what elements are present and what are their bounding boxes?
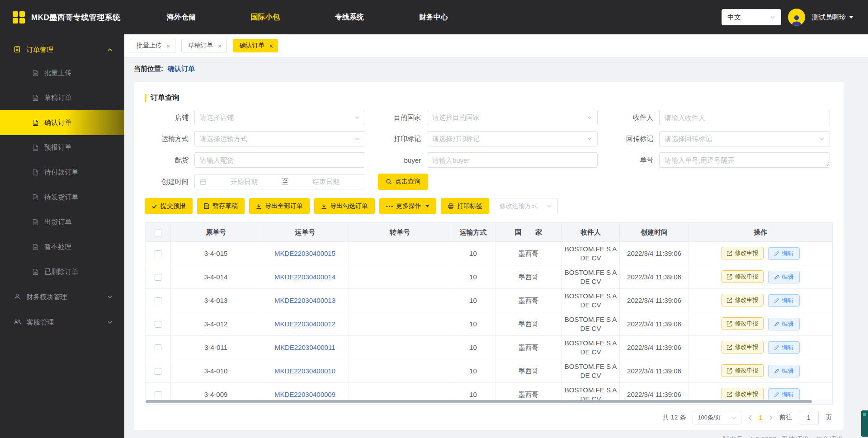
sidebar-item[interactable]: 出货订单 [0, 210, 124, 235]
text-input[interactable] [665, 114, 825, 122]
floating-widget-tab[interactable] [861, 410, 868, 437]
nav-item[interactable]: 专线系统 [335, 13, 364, 22]
horizontal-scrollbar [145, 400, 833, 405]
row-checkbox[interactable] [155, 344, 161, 351]
edit-button[interactable]: 编辑 [768, 294, 800, 307]
prev-page-icon[interactable] [748, 415, 752, 420]
waybill-link[interactable]: MKDE22030400012 [274, 320, 335, 328]
search-button[interactable]: 点击查询 [378, 174, 428, 190]
sidebar-item-label: 批量上传 [44, 69, 71, 77]
row-checkbox[interactable] [155, 250, 161, 257]
chevron-down-icon [587, 136, 592, 141]
edit-label: 编辑 [782, 297, 794, 305]
row-checkbox[interactable] [155, 368, 161, 375]
row-checkbox[interactable] [155, 321, 161, 328]
sidebar-item[interactable]: 待发货订单 [0, 185, 124, 210]
sidebar-item[interactable]: 待付款订单 [0, 160, 124, 185]
edit-icon [774, 368, 779, 374]
close-icon[interactable]: × [269, 42, 274, 49]
sidebar-item[interactable]: 预报订单 [0, 135, 124, 160]
table-row: 3-4-010MKDE2203040001010墨西哥BOSTOM.FE S A… [146, 359, 832, 383]
sidebar-item[interactable]: 批量上传 [0, 61, 124, 85]
edit-button[interactable]: 编辑 [768, 271, 800, 283]
modify-declaration-button[interactable]: 修改申报 [722, 388, 764, 400]
table-row: 3-4-011MKDE2203040001110墨西哥BOSTOM.FE S A… [146, 336, 832, 359]
page-size-select[interactable]: 100条/页 [693, 411, 741, 424]
tab[interactable]: 草稿订单× [181, 39, 227, 52]
toolbar-button[interactable]: 导出全部订单 [249, 198, 310, 214]
sidebar-item[interactable]: 确认订单 [0, 110, 124, 135]
sidebar-group-order[interactable]: 订单管理 [0, 39, 124, 61]
text-input[interactable] [665, 156, 825, 164]
waybill-link[interactable]: MKDE22030400014 [274, 273, 335, 281]
close-icon[interactable]: × [166, 42, 170, 49]
original-no-cell: 3-4-015 [171, 242, 261, 265]
transport-mode-select[interactable]: 修改运输方式 [494, 198, 558, 214]
select-all-checkbox[interactable] [155, 230, 161, 236]
waybill-link[interactable]: MKDE22030400013 [274, 297, 335, 304]
waybill-link[interactable]: MKDE22030400015 [274, 250, 335, 257]
edit-button[interactable]: 编辑 [768, 341, 800, 354]
avatar[interactable] [788, 9, 805, 26]
row-checkbox[interactable] [155, 297, 161, 304]
row-checkbox[interactable] [155, 391, 161, 398]
toolbar-button[interactable]: 提交预报 [145, 198, 193, 214]
edit-button[interactable]: 编辑 [768, 318, 800, 330]
query-card: 订单查询 店铺请选择店铺目的国家请选择目的国家收件人运输方式请选择运输方式打印标… [134, 82, 844, 430]
edit-button[interactable]: 编辑 [768, 365, 800, 377]
close-icon[interactable]: × [218, 42, 222, 49]
toolbar-button[interactable]: 暂存草稿 [197, 198, 245, 214]
edit-button[interactable]: 编辑 [768, 388, 800, 400]
next-page-icon[interactable] [769, 415, 773, 420]
date-range-picker[interactable]: 开始日期 至 结束日期 [194, 174, 365, 189]
modify-declaration-button[interactable]: 修改申报 [722, 364, 764, 377]
toolbar-button[interactable]: 更多操作 [379, 198, 436, 214]
chevron-up-icon [107, 47, 113, 52]
modify-declaration-button[interactable]: 修改申报 [722, 294, 764, 306]
edit-icon [774, 251, 779, 256]
tab[interactable]: 批量上传× [130, 39, 175, 52]
edit-button[interactable]: 编辑 [768, 247, 800, 260]
modify-declaration-button[interactable]: 修改申报 [722, 341, 764, 353]
form-field: 店铺请选择店铺 [145, 110, 365, 125]
sidebar-group-finance[interactable]: 财务模块管理 [0, 284, 124, 310]
column-header: 运单号 [261, 223, 349, 242]
select-control[interactable]: 请选择回传标记 [659, 131, 830, 146]
breadcrumb-current[interactable]: 确认订单 [168, 65, 195, 73]
language-select[interactable]: 中文 [722, 9, 781, 25]
select-control[interactable]: 请选择打印标记 [427, 131, 598, 146]
goto-page-input[interactable] [799, 411, 819, 424]
modify-declaration-button[interactable]: 修改申报 [722, 247, 764, 259]
waybill-link[interactable]: MKDE22030400009 [274, 391, 335, 398]
edit-label: 编辑 [782, 250, 794, 258]
select-control[interactable]: 请选择店铺 [194, 110, 365, 125]
sidebar-item[interactable]: 暂不处理 [0, 235, 124, 259]
nav-item[interactable]: 财务中心 [419, 13, 448, 22]
modify-declaration-button[interactable]: 修改申报 [722, 317, 764, 330]
current-page[interactable]: 1 [759, 414, 762, 421]
toolbar-button[interactable]: 导出勾选订单 [314, 198, 375, 214]
original-no-cell: 3-4-014 [171, 265, 261, 289]
original-no-cell: 3-4-011 [171, 336, 261, 359]
transfer-no-cell [349, 336, 451, 359]
sidebar-item[interactable]: 已删除订单 [0, 259, 124, 284]
user-menu[interactable]: 测试员啊珍 [812, 13, 854, 22]
tab[interactable]: 确认订单× [233, 39, 278, 52]
sidebar-group-service[interactable]: 客服管理 [0, 310, 124, 335]
scrollbar-thumb[interactable] [146, 400, 812, 403]
select-control[interactable]: 请选择目的国家 [427, 110, 598, 125]
modify-declaration-button[interactable]: 修改申报 [722, 270, 764, 283]
waybill-link[interactable]: MKDE22030400010 [274, 367, 335, 375]
select-control[interactable]: 请选择运输方式 [194, 131, 365, 146]
waybill-link[interactable]: MKDE22030400011 [275, 344, 335, 351]
row-checkbox[interactable] [155, 274, 161, 281]
toolbar-button[interactable]: 打印标签 [441, 198, 489, 214]
text-input[interactable] [200, 156, 360, 164]
chevron-down-icon [354, 136, 360, 141]
resize-grip-icon[interactable] [824, 162, 829, 166]
nav-item[interactable]: 国际小包 [251, 13, 280, 22]
sidebar-item[interactable]: 草稿订单 [0, 85, 124, 110]
nav-item[interactable]: 海外仓储 [167, 13, 196, 22]
text-input[interactable] [432, 156, 592, 164]
app-title: MKD墨西哥专线管理系统 [31, 12, 121, 23]
